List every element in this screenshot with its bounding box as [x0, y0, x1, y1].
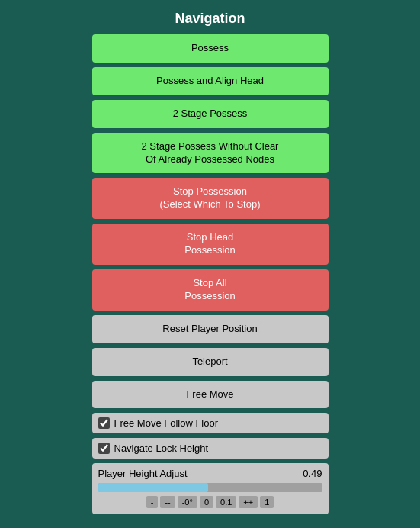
- navigate-lock-height-label: Navigate Lock Height: [114, 443, 209, 454]
- free-move-follow-floor-checkbox[interactable]: [98, 417, 110, 429]
- stop-all-possession-button[interactable]: Stop AllPossession: [92, 269, 329, 311]
- slider-minus-button[interactable]: -: [146, 496, 159, 508]
- player-height-adjust-section: Player Height Adjust 0.49 - -- -0° 0 0.1…: [92, 463, 329, 514]
- slider-minus-minus-button[interactable]: --: [160, 496, 175, 508]
- slider-track[interactable]: [98, 483, 322, 492]
- slider-fill: [98, 483, 208, 492]
- possess-button[interactable]: Possess: [92, 34, 329, 63]
- slider-minus-zero-button[interactable]: -0°: [178, 496, 197, 508]
- slider-plus-plus-button[interactable]: ++: [239, 496, 258, 508]
- reset-player-position-button[interactable]: Reset Player Position: [92, 315, 329, 343]
- player-height-adjust-value: 0.49: [303, 468, 322, 479]
- free-move-follow-floor-row[interactable]: Free Move Follow Floor: [92, 413, 329, 433]
- title: Navigation: [0, 0, 420, 34]
- slider-buttons-row: - -- -0° 0 0.1 ++ 1: [98, 496, 322, 508]
- stop-head-possession-button[interactable]: Stop HeadPossession: [92, 224, 329, 265]
- teleport-button[interactable]: Teleport: [92, 348, 329, 376]
- two-stage-possess-button[interactable]: 2 Stage Possess: [92, 100, 329, 128]
- free-move-button[interactable]: Free Move: [92, 381, 329, 409]
- two-stage-possess-no-clear-button[interactable]: 2 Stage Possess Without ClearOf Already …: [92, 133, 329, 174]
- free-move-follow-floor-label: Free Move Follow Floor: [114, 417, 219, 429]
- stop-possession-button[interactable]: Stop Possession(Select Which To Stop): [92, 178, 329, 219]
- slider-one-button[interactable]: 1: [260, 496, 274, 508]
- navigate-lock-height-checkbox[interactable]: [98, 443, 110, 454]
- player-height-adjust-label: Player Height Adjust: [98, 468, 188, 479]
- navigate-lock-height-row[interactable]: Navigate Lock Height: [92, 438, 329, 459]
- possess-align-head-button[interactable]: Possess and Align Head: [92, 67, 329, 95]
- slider-zero-button[interactable]: 0: [200, 496, 213, 508]
- slider-point-one-button[interactable]: 0.1: [216, 496, 236, 508]
